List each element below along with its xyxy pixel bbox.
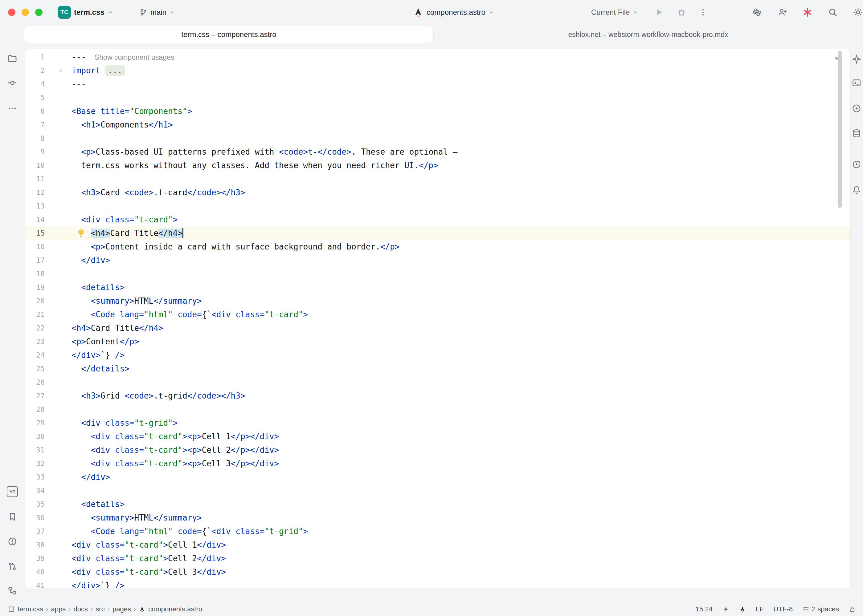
editor[interactable]: 1---Show component usages2›import ...4--… [25, 49, 851, 588]
run-config-selector[interactable]: Current File [591, 0, 638, 25]
code-line[interactable]: 5 [25, 91, 850, 104]
code-line[interactable]: 16 <p>Content inside a card with surface… [25, 240, 850, 253]
breadcrumb-item[interactable]: docs [74, 605, 88, 613]
ai-assistant-button[interactable] [751, 6, 763, 19]
structure-icon [8, 586, 17, 596]
history-tool-button[interactable] [850, 158, 863, 171]
code-line[interactable]: 18 [25, 267, 850, 281]
terminal-tool-button[interactable] [850, 77, 863, 89]
code-line[interactable]: 39<div class="t-card">Cell 2</div> [25, 552, 850, 565]
breadcrumb-item[interactable]: src [96, 605, 104, 613]
close-window-button[interactable] [8, 9, 16, 16]
window-tab-inactive[interactable]: eshlox.net – webstorm-workflow-macbook-p… [433, 26, 863, 43]
vertical-scrollbar[interactable] [838, 51, 842, 208]
code-line[interactable]: 27 <h3>Grid <code>.t-grid</code></h3> [25, 389, 850, 402]
code-line[interactable]: 38<div class="t-card">Cell 1</div> [25, 538, 850, 552]
code-line[interactable]: 36 <summary>HTML</summary> [25, 511, 850, 525]
line-number: 14 [25, 213, 45, 226]
breadcrumb-separator: › [134, 605, 136, 613]
code-line[interactable]: 28 [25, 402, 850, 416]
services-tool-button[interactable] [850, 102, 863, 115]
run-button[interactable] [655, 0, 664, 25]
breadcrumb-item[interactable]: pages [112, 605, 131, 613]
bookmarks-tool-button[interactable] [6, 510, 19, 523]
lock-icon[interactable] [849, 606, 856, 613]
commit-tool-button[interactable] [6, 77, 19, 89]
code-line[interactable]: 41</div>`} /> [25, 579, 850, 588]
junie-button[interactable] [802, 6, 814, 19]
code-line[interactable]: 32 <div class="t-card"><p>Cell 3</p></di… [25, 457, 850, 470]
problems-tool-button[interactable] [6, 535, 19, 548]
code-line[interactable]: 12 <h3>Card <code>.t-card</code></h3> [25, 186, 850, 199]
run-file-widget[interactable]: components.astro [413, 0, 494, 25]
debug-button[interactable] [677, 0, 686, 25]
minimize-window-button[interactable] [22, 9, 29, 16]
code-line[interactable]: 6<Base title="Components"> [25, 104, 850, 118]
line-number: 22 [25, 321, 45, 335]
notifications-tool-button[interactable] [850, 184, 863, 196]
window-tab-active[interactable]: term.css – components.astro [24, 26, 433, 43]
fold-chevron-icon[interactable]: › [60, 64, 62, 77]
more-tool-windows-button[interactable] [6, 102, 19, 115]
cursor-position[interactable]: 15:24 [696, 605, 713, 613]
breadcrumb-item[interactable]: term.css [17, 605, 43, 613]
project-tool-button[interactable] [6, 52, 19, 65]
code-line[interactable]: 23<p>Content</p> [25, 335, 850, 348]
code-line[interactable]: 24</div>`} /> [25, 348, 850, 362]
database-tool-button[interactable] [850, 127, 863, 140]
code-line[interactable]: 14 <div class="t-card"> [25, 213, 850, 226]
code-line[interactable]: 40<div class="t-card">Cell 3</div> [25, 565, 850, 579]
code-line[interactable]: 10 term.css works without any classes. A… [25, 159, 850, 172]
indent-widget[interactable]: 2 spaces [803, 605, 839, 613]
line-number: 29 [25, 416, 45, 430]
code-line[interactable]: 20 <summary>HTML</summary> [25, 294, 850, 308]
astro-status-icon[interactable] [739, 606, 746, 613]
ai-sparkle-icon[interactable] [723, 606, 729, 613]
code-line[interactable]: 29 <div class="t-grid"> [25, 416, 850, 430]
branch-widget[interactable]: main [139, 0, 175, 25]
terminal-icon [852, 78, 861, 88]
line-number: 21 [25, 308, 45, 321]
settings-button[interactable] [852, 6, 863, 19]
code-line[interactable]: 4--- [25, 77, 850, 91]
code-line[interactable]: 34 [25, 484, 850, 497]
youtrack-tool-button[interactable]: YT [6, 486, 19, 498]
code-line[interactable]: 33 </div> [25, 470, 850, 484]
code-line[interactable]: 11 [25, 172, 850, 186]
breadcrumb-item[interactable]: components.astro [148, 605, 202, 613]
code-line[interactable]: 15 <h4>Card Title</h4> [25, 226, 850, 240]
code-line[interactable]: 19 <details> [25, 281, 850, 294]
line-number: 7 [25, 118, 45, 132]
code-line[interactable]: 35 <details> [25, 497, 850, 511]
pull-requests-tool-button[interactable] [6, 560, 19, 573]
play-icon [655, 8, 664, 17]
project-widget[interactable]: TC term.css [58, 0, 113, 25]
code-line[interactable]: 25 </details> [25, 362, 850, 376]
code-line[interactable]: 1---Show component usages [25, 50, 850, 64]
structure-tool-button[interactable] [6, 585, 19, 597]
chevron-down-icon [633, 9, 638, 15]
code-line[interactable]: 30 <div class="t-card"><p>Cell 1</p></di… [25, 430, 850, 443]
breadcrumb-item[interactable]: apps [51, 605, 66, 613]
code-line[interactable]: 2›import ... [25, 64, 850, 77]
code-line[interactable]: 22<h4>Card Title</h4> [25, 321, 850, 335]
more-actions-button[interactable] [699, 0, 707, 25]
code-line[interactable]: 9 <p>Class-based UI patterns prefixed wi… [25, 145, 850, 159]
code-line[interactable]: 31 <div class="t-card"><p>Cell 2</p></di… [25, 443, 850, 457]
code-line[interactable]: 8 [25, 132, 850, 145]
code-line[interactable]: 13 [25, 199, 850, 213]
line-number: 17 [25, 253, 45, 267]
zoom-window-button[interactable] [35, 9, 43, 16]
git-commit-icon [7, 78, 17, 88]
search-everywhere-button[interactable] [827, 6, 839, 19]
file-encoding[interactable]: UTF-8 [773, 605, 793, 613]
code-line[interactable]: 26 [25, 376, 850, 389]
code-line[interactable]: 37 <Code lang="html" code={`<div class="… [25, 525, 850, 538]
code-with-me-button[interactable] [776, 6, 788, 19]
text-caret [183, 228, 183, 238]
line-separator[interactable]: LF [756, 605, 764, 613]
code-line[interactable]: 7 <h1>Components</h1> [25, 118, 850, 132]
ai-chat-tool-button[interactable] [850, 53, 863, 65]
code-line[interactable]: 17 </div> [25, 253, 850, 267]
code-line[interactable]: 21 <Code lang="html" code={`<div class="… [25, 308, 850, 321]
